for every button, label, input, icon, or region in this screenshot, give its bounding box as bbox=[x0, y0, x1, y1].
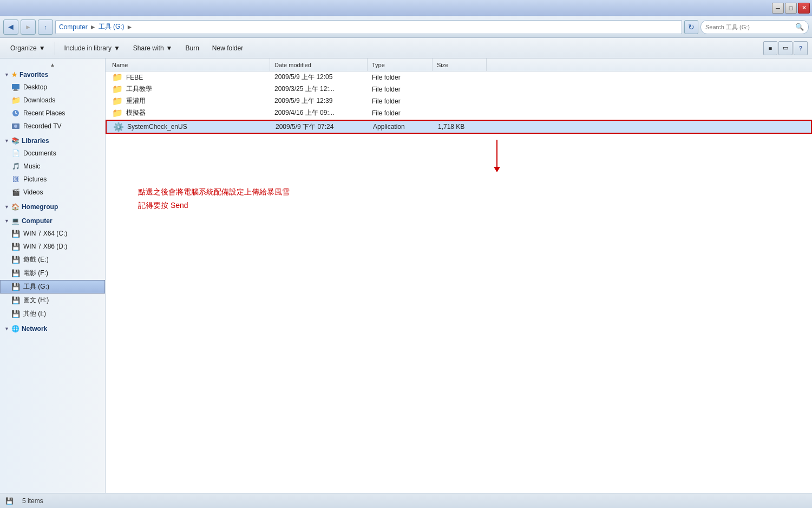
homegroup-label: Homegroup bbox=[22, 203, 58, 211]
music-icon: 🎵 bbox=[11, 162, 20, 171]
file-name-febe: 📁 FEBE bbox=[108, 71, 270, 83]
file-list: Name Date modified Type Size 📁 FEBE 2009… bbox=[106, 58, 812, 493]
folder-icon-tools: 📁 bbox=[112, 84, 123, 94]
sidebar-item-h-drive[interactable]: 💾 圖文 (H:) bbox=[0, 294, 105, 307]
share-with-button[interactable]: Share with ▼ bbox=[127, 41, 179, 56]
table-row-selected[interactable]: ⚙️ SystemCheck_enUS 2009/5/9 下午 07:24 Ap… bbox=[106, 120, 812, 134]
i-drive-icon: 💾 bbox=[11, 310, 20, 318]
maximize-button[interactable]: □ bbox=[785, 3, 797, 14]
share-dropdown-icon: ▼ bbox=[166, 44, 173, 52]
refresh-button[interactable]: ↻ bbox=[684, 20, 698, 34]
file-date-emulator: 2009/4/16 上午 09:... bbox=[270, 107, 368, 119]
recorded-tv-label: Recorded TV bbox=[23, 122, 61, 130]
new-folder-button[interactable]: New folder bbox=[206, 41, 249, 56]
col-size[interactable]: Size bbox=[433, 58, 487, 71]
address-bar: ◄ ► ↑ Computer ► 工具 (G:) ► ↻ 🔍 bbox=[0, 16, 812, 38]
libraries-arrow: ▼ bbox=[4, 138, 9, 144]
file-size-febe bbox=[433, 71, 487, 83]
sidebar-item-pictures[interactable]: 🖼 Pictures bbox=[0, 173, 105, 186]
table-row[interactable]: 📁 模擬器 2009/4/16 上午 09:... File folder bbox=[106, 107, 812, 119]
sidebar-item-g-drive[interactable]: 💾 工具 (G:) bbox=[0, 280, 105, 294]
table-row[interactable]: 📁 工具教學 2009/3/25 上午 12:... File folder bbox=[106, 83, 812, 95]
favorites-header[interactable]: ▼ ★ Favorites bbox=[0, 69, 105, 81]
f-drive-label: 電影 (F:) bbox=[23, 269, 48, 278]
music-label: Music bbox=[23, 162, 40, 170]
sidebar-item-d-drive[interactable]: 💾 WIN 7 X86 (D:) bbox=[0, 240, 105, 253]
sidebar-item-documents[interactable]: 📄 Documents bbox=[0, 147, 105, 160]
sidebar-item-desktop[interactable]: Desktop bbox=[0, 81, 105, 94]
file-type-emulator: File folder bbox=[368, 107, 433, 119]
file-type-reinstall: File folder bbox=[368, 95, 433, 107]
folder-icon-emulator: 📁 bbox=[112, 108, 123, 118]
sidebar-item-videos[interactable]: 🎬 Videos bbox=[0, 186, 105, 199]
sidebar-scroll-up[interactable]: ▲ bbox=[0, 61, 105, 69]
new-folder-label: New folder bbox=[212, 44, 243, 52]
file-date-systemcheck: 2009/5/9 下午 07:24 bbox=[271, 121, 369, 133]
d-drive-icon: 💾 bbox=[11, 242, 20, 251]
close-button[interactable]: ✕ bbox=[798, 3, 810, 14]
h-drive-label: 圖文 (H:) bbox=[23, 296, 49, 305]
computer-header[interactable]: ▼ 💻 Computer bbox=[0, 215, 105, 227]
file-type-febe: File folder bbox=[368, 71, 433, 83]
view-details-button[interactable]: ≡ bbox=[763, 41, 777, 55]
desktop-label: Desktop bbox=[23, 83, 47, 91]
file-type-tools: File folder bbox=[368, 83, 433, 95]
network-arrow: ▼ bbox=[4, 326, 9, 331]
search-icon: 🔍 bbox=[795, 23, 804, 31]
help-button[interactable]: ? bbox=[794, 41, 808, 55]
network-header[interactable]: ▼ 🌐 Network bbox=[0, 323, 105, 335]
table-row[interactable]: 📁 FEBE 2009/5/9 上午 12:05 File folder bbox=[106, 71, 812, 83]
sidebar-item-downloads[interactable]: 📁 Downloads bbox=[0, 94, 105, 107]
title-bar-buttons: ─ □ ✕ bbox=[772, 3, 810, 14]
libraries-header[interactable]: ▼ 📚 Libraries bbox=[0, 135, 105, 147]
organize-label: Organize bbox=[10, 44, 37, 52]
sidebar-item-music[interactable]: 🎵 Music bbox=[0, 160, 105, 173]
sidebar-item-f-drive[interactable]: 💾 電影 (F:) bbox=[0, 266, 105, 280]
annotation-line-2: 記得要按 Send bbox=[138, 199, 780, 212]
file-date-febe: 2009/5/9 上午 12:05 bbox=[270, 71, 368, 83]
sidebar-section-network: ▼ 🌐 Network bbox=[0, 323, 105, 335]
homegroup-header[interactable]: ▼ 🏠 Homegroup bbox=[0, 201, 105, 213]
file-type-systemcheck: Application bbox=[369, 121, 434, 133]
sidebar-item-c-drive[interactable]: 💾 WIN 7 X64 (C:) bbox=[0, 227, 105, 240]
view-pane-button[interactable]: ▭ bbox=[778, 41, 793, 55]
burn-button[interactable]: Burn bbox=[179, 41, 205, 56]
breadcrumb-bar[interactable]: Computer ► 工具 (G:) ► bbox=[55, 20, 682, 34]
col-date[interactable]: Date modified bbox=[270, 58, 368, 71]
forward-button[interactable]: ► bbox=[21, 19, 36, 35]
sidebar-item-e-drive[interactable]: 💾 遊戲 (E:) bbox=[0, 253, 105, 266]
breadcrumb-sep-2: ► bbox=[127, 23, 133, 31]
file-date-tools: 2009/3/25 上午 12:... bbox=[270, 83, 368, 95]
breadcrumb-computer[interactable]: Computer bbox=[59, 23, 88, 31]
breadcrumb-drive[interactable]: 工具 (G:) bbox=[99, 22, 125, 31]
c-drive-icon: 💾 bbox=[11, 229, 20, 238]
organize-dropdown-icon: ▼ bbox=[39, 44, 45, 52]
organize-button[interactable]: Organize ▼ bbox=[4, 41, 51, 56]
sidebar-item-recent-places[interactable]: Recent Places bbox=[0, 107, 105, 120]
f-drive-icon: 💾 bbox=[11, 269, 20, 278]
search-input[interactable] bbox=[705, 24, 793, 30]
toolbar: Organize ▼ Include in library ▼ Share wi… bbox=[0, 38, 812, 58]
annotation-arrow bbox=[181, 140, 812, 172]
videos-label: Videos bbox=[23, 188, 43, 196]
search-bar[interactable]: 🔍 bbox=[700, 20, 809, 34]
file-name-reinstall: 📁 重灌用 bbox=[108, 95, 270, 107]
network-label: Network bbox=[22, 325, 47, 333]
g-drive-label: 工具 (G:) bbox=[23, 282, 49, 291]
sidebar-section-libraries: ▼ 📚 Libraries 📄 Documents 🎵 Music 🖼 Pict… bbox=[0, 135, 105, 199]
sidebar-item-i-drive[interactable]: 💾 其他 (I:) bbox=[0, 307, 105, 321]
annotation-text: 點選之後會將電腦系統配備設定上傳給暴風雪 記得要按 Send bbox=[106, 174, 812, 223]
minimize-button[interactable]: ─ bbox=[772, 3, 784, 14]
computer-arrow: ▼ bbox=[4, 218, 9, 224]
up-button[interactable]: ↑ bbox=[38, 19, 53, 35]
table-row[interactable]: 📁 重灌用 2009/5/9 上午 12:39 File folder bbox=[106, 95, 812, 107]
include-dropdown-icon: ▼ bbox=[114, 44, 120, 52]
include-in-library-button[interactable]: Include in library ▼ bbox=[58, 41, 126, 56]
col-type[interactable]: Type bbox=[368, 58, 433, 71]
favorites-arrow: ▼ bbox=[4, 72, 9, 77]
sidebar-item-recorded-tv[interactable]: Recorded TV bbox=[0, 120, 105, 133]
back-button[interactable]: ◄ bbox=[3, 19, 18, 35]
col-name[interactable]: Name bbox=[108, 58, 270, 71]
recorded-tv-icon bbox=[11, 122, 20, 131]
sidebar-section-favorites: ▼ ★ Favorites Desktop 📁 Downloads Recent… bbox=[0, 69, 105, 133]
